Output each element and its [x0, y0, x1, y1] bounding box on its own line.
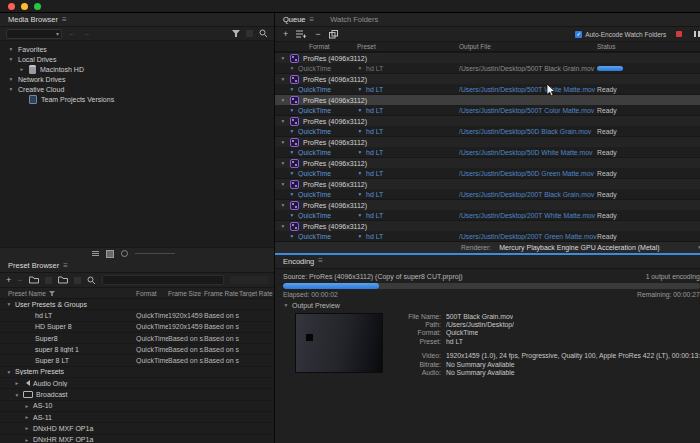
back-icon[interactable]: ← [68, 30, 76, 38]
chevron-down-icon[interactable]: ▾ [280, 76, 286, 82]
forward-icon[interactable]: → [82, 30, 90, 38]
column-target-rate[interactable]: Target Rate [239, 290, 274, 297]
directory-dropdown[interactable]: ▾ [6, 29, 62, 39]
output-preview-toggle[interactable]: ▾ Output Preview [275, 298, 700, 309]
output-preset-link[interactable]: hd LT [366, 191, 383, 198]
chevron-down-icon[interactable]: ▾ [357, 170, 363, 176]
chevron-down-icon[interactable]: ▾ [280, 118, 286, 124]
output-preset-link[interactable]: hd LT [366, 149, 383, 156]
chevron-icon[interactable]: ▸ [24, 414, 30, 420]
preset-row[interactable]: HD Super 8 QuickTime 1920x1459 Based on … [0, 322, 274, 333]
search-icon[interactable] [259, 29, 268, 38]
media-browser-tree-item[interactable]: ▾ Network Drives [0, 74, 274, 84]
queue-group-row[interactable]: ▾ ProRes (4096x3112) [275, 157, 700, 168]
output-preset-link[interactable]: hd LT [366, 212, 383, 219]
chevron-down-icon[interactable]: ▾ [289, 170, 295, 176]
chevron-down-icon[interactable]: ▾ [357, 86, 363, 92]
chevron-icon[interactable]: ▸ [19, 66, 25, 72]
preset-settings-icon[interactable] [45, 277, 52, 284]
media-browser-tree-item[interactable]: ▾ Creative Cloud [0, 84, 274, 94]
chevron-down-icon[interactable]: ▾ [280, 55, 286, 61]
preset-row[interactable]: ▾ System Presets [0, 367, 274, 378]
output-preset-link[interactable]: hd LT [366, 170, 383, 177]
chevron-icon[interactable]: ▸ [24, 437, 30, 443]
encoding-tab[interactable]: Encoding [283, 257, 314, 266]
chevron-down-icon[interactable]: ▾ [357, 128, 363, 134]
preset-row[interactable]: ▸ AS-10 [0, 401, 274, 412]
add-source-button[interactable]: + [283, 30, 288, 39]
pause-queue-button[interactable] [694, 31, 700, 37]
queue-output-row[interactable]: ▾ QuickTime ▾ hd LT /Users/Justin/Deskto… [275, 210, 700, 220]
output-format-link[interactable]: QuickTime [298, 149, 331, 156]
queue-group-row[interactable]: ▾ ProRes (4096x3112) [275, 115, 700, 126]
queue-group-row[interactable]: ▾ ProRes (4096x3112) [275, 94, 700, 105]
queue-group-row[interactable]: ▾ ProRes (4096x3112) [275, 136, 700, 147]
column-frame-rate[interactable]: Frame Rate [204, 290, 239, 297]
media-browser-tree-item[interactable]: Team Projects Versions [0, 94, 274, 104]
output-file-link[interactable]: /Users/Justin/Desktop/200T Green Matte.m… [459, 233, 597, 240]
preset-row[interactable]: hd LT QuickTime 1920x1459 Based on s... … [0, 310, 274, 321]
output-format-link[interactable]: QuickTime [298, 107, 331, 114]
remove-preset-button[interactable]: − [17, 276, 22, 285]
chevron-down-icon[interactable]: ▾ [289, 107, 295, 113]
chevron-down-icon[interactable]: ▾ [280, 223, 286, 229]
remove-item-button[interactable]: − [315, 30, 320, 39]
preset-row[interactable]: super 8 light 1 QuickTime Based on s... … [0, 344, 274, 355]
new-group-icon[interactable] [29, 276, 39, 284]
tab-queue[interactable]: Queue [283, 15, 306, 24]
zoom-slider-track[interactable] [135, 253, 175, 254]
tab-watch-folders[interactable]: Watch Folders [330, 15, 378, 24]
chevron-icon[interactable]: ▾ [8, 46, 14, 52]
panel-menu-icon[interactable]: ≡ [62, 16, 67, 24]
output-file-link[interactable]: /Users/Justin/Desktop/500T White Matte.m… [459, 86, 597, 93]
queue-output-row[interactable]: ▾ QuickTime ▾ hd LT /Users/Justin/Deskto… [275, 126, 700, 136]
output-file-link[interactable]: /Users/Justin/Desktop/50D White Matte.mo… [459, 149, 597, 156]
chevron-down-icon[interactable]: ▾ [289, 65, 295, 71]
queue-group-row[interactable]: ▾ ProRes (4096x3112) [275, 220, 700, 231]
queue-output-row[interactable]: ▾ QuickTime ▾ hd LT /Users/Justin/Deskto… [275, 231, 700, 241]
preset-row[interactable]: ▸ Audio Only [0, 378, 274, 389]
column-preset-name[interactable]: Preset Name [0, 290, 136, 297]
chevron-icon[interactable]: ▾ [6, 301, 12, 307]
queue-output-row[interactable]: ▾ QuickTime ▾ hd LT /Users/Justin/Deskto… [275, 84, 700, 94]
output-format-link[interactable]: QuickTime [298, 65, 331, 72]
auto-encode-checkbox[interactable]: ✓ [575, 31, 582, 38]
chevron-down-icon[interactable]: ▾ [289, 212, 295, 218]
preset-row[interactable]: Super8 QuickTime Based on s... Based on … [0, 333, 274, 344]
zoom-window-button[interactable] [34, 3, 41, 10]
preset-browser-tab[interactable]: Preset Browser [8, 261, 59, 270]
chevron-down-icon[interactable]: ▾ [280, 139, 286, 145]
output-file-link[interactable]: /Users/Justin/Desktop/500T Black Grain.m… [459, 65, 597, 72]
preset-row[interactable]: ▾ Broadcast [0, 389, 274, 400]
chevron-icon[interactable]: ▾ [6, 369, 12, 375]
preset-row[interactable]: ▸ DNxHD MXF OP1a [0, 423, 274, 434]
preset-search-input[interactable] [102, 275, 224, 285]
chevron-icon[interactable]: ▸ [24, 403, 30, 409]
media-browser-tree-item[interactable]: ▸ Macintosh HD [0, 64, 274, 74]
add-preset-button[interactable]: + [6, 276, 11, 285]
output-format-link[interactable]: QuickTime [298, 212, 331, 219]
output-format-link[interactable]: QuickTime [298, 191, 331, 198]
column-frame-size[interactable]: Frame Size [168, 290, 204, 297]
output-file-link[interactable]: /Users/Justin/Desktop/50D Black Grain.mo… [459, 128, 597, 135]
import-preset-icon[interactable] [58, 276, 68, 284]
chevron-icon[interactable]: ▾ [14, 392, 20, 398]
output-format-link[interactable]: QuickTime [298, 170, 331, 177]
column-format[interactable]: Format [136, 290, 168, 297]
output-file-link[interactable]: /Users/Justin/Desktop/200T White Matte.m… [459, 212, 597, 219]
output-format-link[interactable]: QuickTime [298, 233, 331, 240]
chevron-down-icon[interactable]: ▾ [289, 128, 295, 134]
panel-menu-icon[interactable]: ≡ [310, 16, 315, 24]
minimize-window-button[interactable] [21, 3, 28, 10]
output-preset-link[interactable]: hd LT [366, 233, 383, 240]
output-format-link[interactable]: QuickTime [298, 128, 331, 135]
column-status[interactable]: Status [597, 43, 700, 50]
queue-group-row[interactable]: ▾ ProRes (4096x3112) [275, 73, 700, 84]
stop-queue-button[interactable] [676, 31, 682, 37]
chevron-down-icon[interactable]: ▾ [280, 202, 286, 208]
chevron-icon[interactable]: ▸ [14, 380, 20, 386]
add-output-icon[interactable] [296, 30, 307, 38]
chevron-down-icon[interactable]: ▾ [357, 149, 363, 155]
chevron-icon[interactable]: ▾ [8, 76, 14, 82]
chevron-down-icon[interactable]: ▾ [357, 233, 363, 239]
